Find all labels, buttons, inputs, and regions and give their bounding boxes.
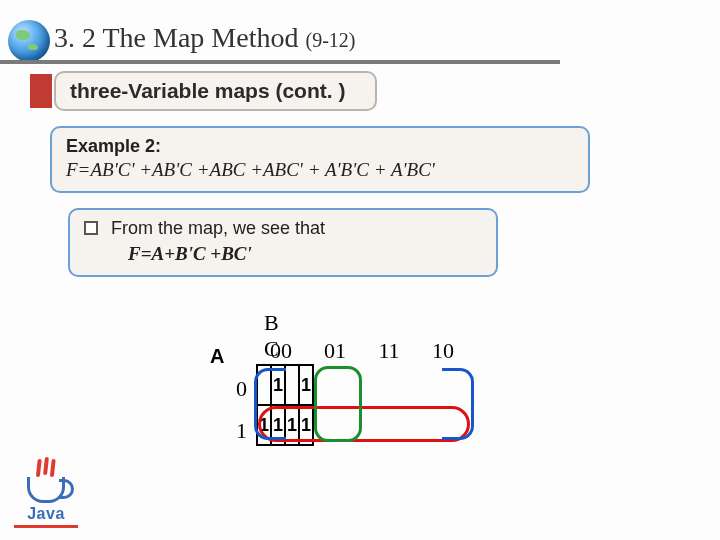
section-number: 3. 2 bbox=[54, 22, 96, 53]
kmap-row-1: 1 bbox=[236, 418, 247, 444]
kmap-cell: 1 bbox=[271, 405, 285, 445]
derivation-panel: From the map, we see that F=A+B'C +BC' bbox=[68, 208, 498, 277]
kmap-group-bprime-c bbox=[314, 366, 362, 442]
kmap-cell bbox=[285, 365, 299, 405]
title-underline bbox=[0, 60, 560, 64]
derivation-line: From the map, we see that bbox=[84, 218, 482, 239]
example-panel: Example 2: F=AB'C' +AB'C +ABC +ABC' + A'… bbox=[50, 126, 590, 193]
kmap-group-bcprime-right bbox=[442, 368, 474, 440]
section-title: The Map Method bbox=[103, 22, 299, 53]
accent-bar bbox=[30, 74, 52, 108]
kmap-row-var: A bbox=[210, 345, 224, 368]
kmap-cell: 1 bbox=[285, 405, 299, 445]
kmap-cell bbox=[257, 365, 271, 405]
kmap-grid: 1 1 1 1 1 1 bbox=[256, 364, 314, 446]
table-row: 1 1 bbox=[257, 365, 313, 405]
kmap-col-00: 00 bbox=[256, 338, 306, 364]
java-text: Java bbox=[14, 505, 78, 523]
cup-icon bbox=[27, 477, 65, 503]
globe-icon bbox=[8, 20, 50, 62]
kmap-col-01: 01 bbox=[310, 338, 360, 364]
java-underline bbox=[14, 525, 78, 528]
page-title: 3. 2 The Map Method (9-12) bbox=[54, 22, 355, 54]
kmap-cell: 1 bbox=[271, 365, 285, 405]
kmap-col-11: 11 bbox=[364, 338, 414, 364]
page-ref: (9-12) bbox=[305, 29, 355, 51]
example-equation: F=AB'C' +AB'C +ABC +ABC' + A'B'C + A'BC' bbox=[66, 159, 574, 181]
kmap-cell: 1 bbox=[299, 405, 313, 445]
kmap-cell: 1 bbox=[299, 365, 313, 405]
checkbox-icon bbox=[84, 221, 98, 235]
steam-icon bbox=[43, 457, 49, 475]
derivation-lead: From the map, we see that bbox=[111, 218, 325, 238]
subtitle: three-Variable maps (cont. ) bbox=[54, 71, 377, 111]
java-logo: Java bbox=[14, 457, 78, 528]
kmap-cell: 1 bbox=[257, 405, 271, 445]
derivation-result: F=A+B'C +BC' bbox=[128, 243, 482, 265]
table-row: 1 1 1 1 bbox=[257, 405, 313, 445]
example-label: Example 2: bbox=[66, 136, 574, 157]
kmap-col-10: 10 bbox=[418, 338, 468, 364]
kmap-row-0: 0 bbox=[236, 376, 247, 402]
